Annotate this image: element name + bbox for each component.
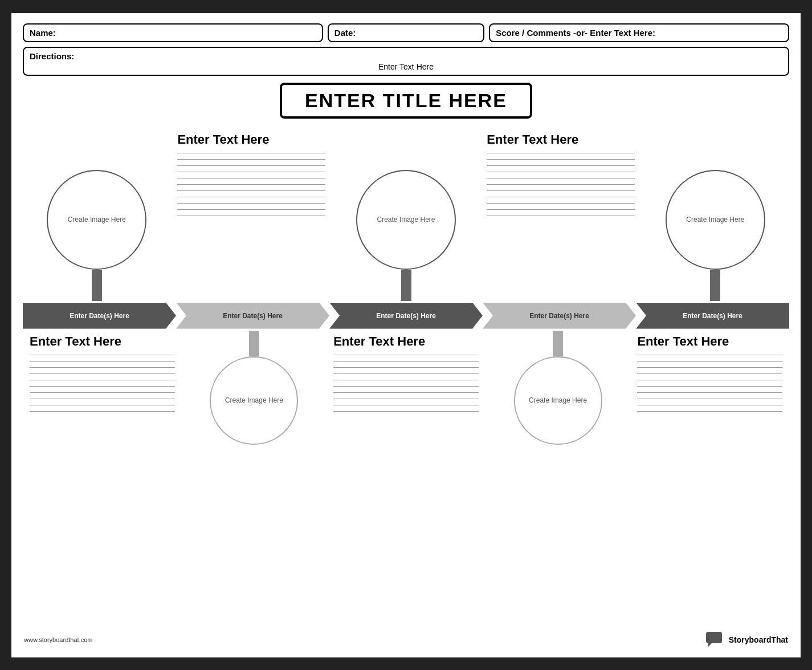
bot-col-1: Enter Text Here (23, 331, 182, 625)
name-field[interactable]: Name: (23, 23, 323, 42)
date-field[interactable]: Date: (328, 23, 484, 42)
image-placeholder-3: Create Image Here (377, 216, 435, 224)
timeline-arrow-3[interactable]: Enter Date(s) Here (329, 303, 483, 329)
main-content: Create Image Here Enter Text Here Create… (23, 124, 789, 625)
footer-logo: StoryboardThat (706, 632, 788, 648)
directions-row[interactable]: Directions: Enter Text Here (23, 47, 789, 76)
trunk-3 (401, 270, 411, 301)
directions-text: Enter Text Here (30, 62, 782, 71)
top-col-2: Enter Text Here (170, 124, 332, 301)
bot-heading-5[interactable]: Enter Text Here (637, 334, 782, 349)
footer-url: www.storyboardthat.com (24, 636, 92, 643)
svg-rect-0 (706, 632, 722, 643)
timeline-row: Enter Date(s) Here Enter Date(s) Here En… (23, 301, 789, 331)
timeline-arrow-5[interactable]: Enter Date(s) Here (636, 303, 789, 329)
bot-col-5: Enter Text Here (630, 331, 789, 625)
arrow-label-3: Enter Date(s) Here (376, 312, 436, 320)
arrow-label-5: Enter Date(s) Here (683, 312, 742, 320)
name-label: Name: (30, 28, 56, 38)
arrow-label-2: Enter Date(s) Here (223, 312, 283, 320)
svg-marker-1 (708, 643, 712, 647)
page-title[interactable]: ENTER TITLE HERE (280, 83, 532, 119)
trunk-1 (92, 270, 102, 301)
trunk-bot-4 (553, 331, 563, 356)
top-section: Create Image Here Enter Text Here Create… (23, 124, 789, 301)
trunk-bot-2 (249, 331, 259, 356)
bot-lines-3 (333, 355, 479, 417)
directions-label: Directions: (30, 51, 74, 61)
image-circle-bot-2[interactable]: Create Image Here (210, 356, 298, 445)
bot-heading-1[interactable]: Enter Text Here (30, 334, 175, 349)
logo-icon (706, 632, 723, 647)
header-row: Name: Date: Score / Comments -or- Enter … (23, 23, 789, 42)
image-placeholder-1: Create Image Here (68, 216, 126, 224)
top-col-4: Enter Text Here (480, 124, 641, 301)
brand-name: StoryboardThat (729, 635, 788, 644)
bot-col-2: Create Image Here (182, 331, 327, 625)
date-label: Date: (334, 28, 356, 38)
timeline-arrow-4[interactable]: Enter Date(s) Here (483, 303, 636, 329)
timeline-arrow-2[interactable]: Enter Date(s) Here (176, 303, 329, 329)
arrow-label-4: Enter Date(s) Here (529, 312, 589, 320)
image-placeholder-bot-4: Create Image Here (529, 396, 587, 404)
top-heading-2[interactable]: Enter Text Here (177, 132, 325, 147)
image-circle-5[interactable]: Create Image Here (666, 170, 765, 270)
top-col-5: Create Image Here (642, 124, 789, 301)
top-heading-4[interactable]: Enter Text Here (487, 132, 634, 147)
bot-heading-3[interactable]: Enter Text Here (333, 334, 479, 349)
lines-2 (177, 153, 325, 222)
timeline-arrow-1[interactable]: Enter Date(s) Here (23, 303, 176, 329)
top-col-3: Create Image Here (332, 124, 480, 301)
score-field[interactable]: Score / Comments -or- Enter Text Here: (489, 23, 789, 42)
score-label: Score / Comments -or- Enter Text Here: (496, 28, 655, 38)
bot-lines-1 (30, 355, 175, 417)
bot-col-3: Enter Text Here (327, 331, 485, 625)
bot-col-4: Create Image Here (485, 331, 631, 625)
image-circle-1[interactable]: Create Image Here (47, 170, 146, 270)
image-placeholder-bot-2: Create Image Here (225, 396, 283, 404)
lines-4 (487, 153, 634, 222)
image-placeholder-5: Create Image Here (686, 216, 744, 224)
image-circle-3[interactable]: Create Image Here (356, 170, 456, 270)
title-container: ENTER TITLE HERE (23, 83, 789, 119)
footer: www.storyboardthat.com StoryboardThat (23, 630, 789, 648)
trunk-5 (710, 270, 720, 301)
image-circle-bot-4[interactable]: Create Image Here (514, 356, 602, 445)
page: Name: Date: Score / Comments -or- Enter … (11, 13, 801, 657)
top-col-1: Create Image Here (23, 124, 170, 301)
bottom-section: Enter Text Here Create Image Here Enter … (23, 331, 789, 625)
bot-lines-5 (637, 355, 782, 417)
arrow-label-1: Enter Date(s) Here (70, 312, 129, 320)
